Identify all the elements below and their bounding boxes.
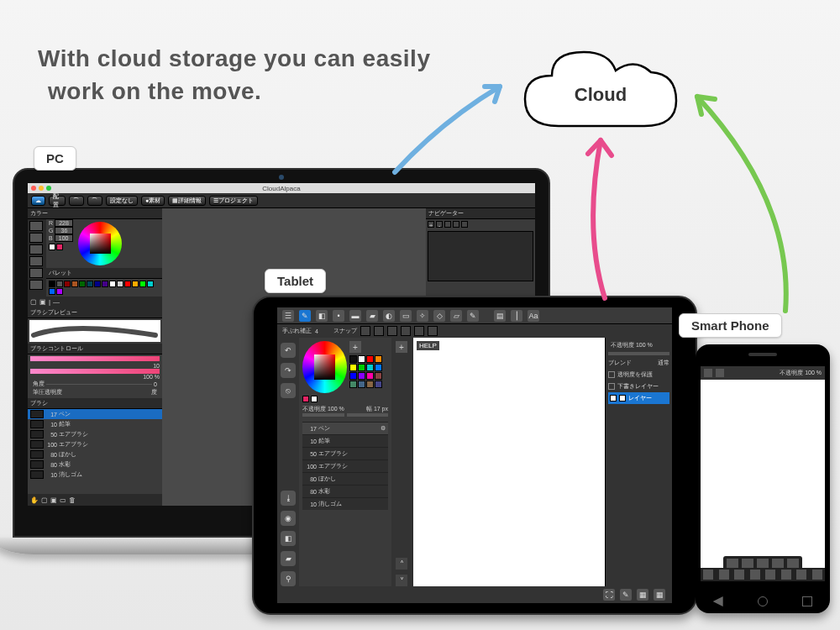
maximize-icon[interactable] — [46, 186, 51, 191]
snap-curve-icon[interactable] — [428, 326, 438, 336]
eraser-icon[interactable]: ◧ — [316, 310, 328, 322]
brush-row[interactable]: 50エアブラシ — [28, 429, 162, 439]
cloud-icon[interactable]: ☁ — [31, 196, 45, 206]
swatch[interactable] — [358, 372, 365, 380]
sep-icon[interactable]: ⎮ — [511, 310, 522, 322]
layer-opacity-slider[interactable] — [608, 352, 669, 355]
swatch[interactable] — [358, 364, 365, 371]
swatch[interactable] — [375, 364, 382, 371]
grid9-icon[interactable]: ▦ — [654, 589, 665, 601]
layer-item[interactable]: レイヤー — [608, 392, 669, 404]
swatch[interactable] — [64, 281, 71, 287]
draft-layer-checkbox[interactable] — [608, 383, 615, 390]
swatch[interactable] — [358, 355, 365, 363]
select-tool-icon[interactable] — [29, 280, 43, 290]
eraser2-icon[interactable]: ◧ — [281, 531, 296, 546]
snap-parallel-icon[interactable] — [374, 326, 384, 336]
phone-tool2-icon[interactable] — [719, 570, 729, 580]
blend-value[interactable]: 通常 — [658, 359, 669, 367]
swatch[interactable] — [349, 381, 357, 388]
brush-tool-icon[interactable] — [29, 233, 43, 243]
close-icon[interactable] — [31, 186, 36, 191]
menu-icon[interactable]: ☰ — [282, 310, 294, 322]
swatch[interactable] — [375, 381, 382, 388]
rotate-l-icon[interactable] — [444, 221, 451, 228]
picker-icon[interactable]: ✎ — [467, 310, 479, 322]
swatch[interactable] — [49, 281, 55, 287]
toolbar-sansho-button[interactable]: ▦ 詳細情報 — [168, 196, 206, 206]
panel-icon[interactable]: ▤ — [494, 310, 506, 322]
curve2-icon[interactable]: ⌒ — [87, 196, 102, 206]
swatch[interactable] — [87, 281, 93, 287]
add-brush-button[interactable]: + — [396, 341, 407, 353]
phone-menu-icon[interactable] — [704, 369, 712, 377]
opacity-slider[interactable] — [302, 413, 344, 417]
brush-row[interactable]: 10消しゴム — [302, 497, 388, 510]
phone-tool7-icon[interactable] — [796, 570, 806, 580]
swatch[interactable] — [375, 355, 382, 363]
wand-icon[interactable]: ✧ — [417, 310, 428, 322]
swatch[interactable] — [56, 288, 63, 295]
gradient-icon[interactable]: ◐ — [383, 310, 395, 322]
help-button[interactable]: HELP — [417, 341, 439, 350]
swatch[interactable] — [71, 281, 78, 287]
back-icon[interactable] — [713, 596, 723, 606]
bc-slider-1[interactable] — [30, 356, 160, 361]
brush-row[interactable]: 17ペン⚙ — [302, 422, 388, 434]
g-value[interactable]: 36 — [55, 227, 73, 234]
swatch[interactable] — [79, 281, 86, 287]
swatch[interactable] — [349, 372, 357, 380]
lasso-icon[interactable]: ◇ — [433, 310, 445, 322]
crop-icon[interactable]: ▱ — [450, 310, 462, 322]
tablet-palette[interactable] — [349, 355, 388, 388]
zoom-out-icon[interactable]: - — [436, 221, 443, 228]
dup-icon[interactable]: ▣ — [50, 496, 57, 504]
new-icon[interactable]: ▢ — [41, 496, 48, 504]
hand-icon[interactable]: ✋ — [30, 496, 39, 504]
clear-icon[interactable]: ⦸ — [281, 383, 296, 398]
copy-icon[interactable]: ▣ — [39, 298, 46, 306]
add-swatch-button[interactable]: + — [349, 341, 361, 353]
phone-tool5-icon[interactable] — [765, 570, 775, 580]
zoom-in-icon[interactable]: + — [428, 221, 434, 228]
redo-icon[interactable]: ↷ — [281, 363, 296, 378]
phone-tool8-icon[interactable] — [812, 570, 822, 580]
trash-icon[interactable]: 🗑 — [69, 496, 76, 504]
curve1-icon[interactable]: ⌒ — [69, 196, 84, 206]
brush-row[interactable]: 17ペン — [28, 409, 162, 419]
swatch[interactable] — [117, 281, 123, 287]
brush-row[interactable]: 10鉛筆 — [302, 434, 388, 447]
brush-row[interactable]: 100エアブラシ — [28, 439, 162, 449]
file-icon[interactable]: ▢ — [30, 298, 37, 306]
recent-icon[interactable] — [802, 596, 812, 606]
brush-row[interactable]: 80ぼかし — [28, 449, 162, 459]
brush-up-icon[interactable]: ˄ — [396, 558, 407, 570]
rect-icon[interactable]: ▬ — [349, 310, 361, 322]
brush-row[interactable]: 80水彩 — [302, 485, 388, 497]
dot-icon[interactable]: • — [333, 310, 344, 322]
save-icon[interactable]: ⭳ — [281, 491, 296, 506]
brush-row[interactable]: 80ぼかし — [302, 472, 388, 485]
navigator-preview[interactable] — [428, 231, 533, 281]
bg-swatch[interactable] — [56, 244, 63, 250]
width-slider[interactable] — [347, 413, 389, 417]
eraser-tool-icon[interactable] — [29, 244, 43, 255]
swatch[interactable] — [366, 372, 374, 380]
phone-canvas[interactable] — [701, 380, 825, 581]
dropper-icon[interactable]: ◉ — [281, 511, 296, 526]
snap-cross-icon[interactable] — [387, 326, 397, 336]
swatch[interactable] — [139, 281, 146, 287]
brush-row[interactable]: 10消しゴム — [28, 470, 162, 480]
swatch[interactable] — [366, 381, 374, 388]
undo-icon[interactable]: ↶ — [281, 343, 296, 358]
resize-icon[interactable]: ⛶ — [603, 589, 615, 601]
protect-alpha-checkbox[interactable] — [608, 371, 615, 378]
bg-swatch-tab[interactable] — [311, 396, 318, 402]
brush-set-icon[interactable]: ✎ — [620, 589, 632, 601]
b-value[interactable]: 100 — [55, 234, 73, 242]
swatch[interactable] — [102, 281, 108, 287]
phone-tool3-icon[interactable] — [734, 570, 744, 580]
bucket-icon[interactable]: ▰ — [366, 310, 378, 322]
swatch[interactable] — [56, 281, 63, 287]
select-rect-icon[interactable]: ▭ — [400, 310, 412, 322]
